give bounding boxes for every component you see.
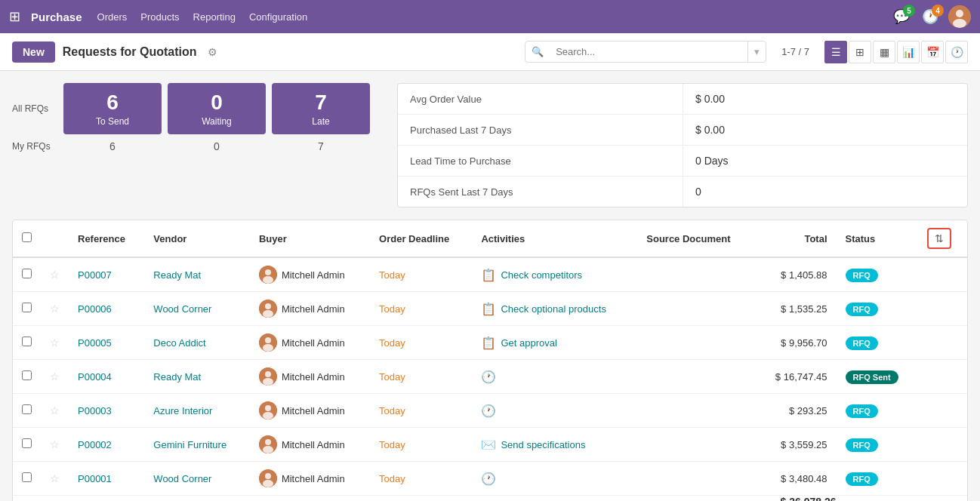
lead-time-label: Lead Time to Purchase	[410, 155, 511, 167]
reference-header[interactable]: Reference	[69, 220, 144, 257]
list-view-icon[interactable]: ☰	[824, 41, 847, 63]
vendor-link[interactable]: Ready Mat	[153, 371, 201, 383]
my-waiting[interactable]: 0	[168, 137, 266, 155]
buyer-avatar	[259, 266, 277, 284]
row-checkbox-cell[interactable]	[13, 326, 41, 360]
nav-products[interactable]: Products	[140, 11, 179, 23]
all-rfqs-label: All RFQs	[12, 103, 57, 114]
chart-view-icon[interactable]: 📊	[897, 41, 920, 63]
row-checkbox[interactable]	[22, 438, 32, 448]
kanban-view-icon[interactable]: ⊞	[849, 41, 871, 63]
waiting-card[interactable]: 0 Waiting	[168, 83, 266, 134]
select-all-header[interactable]	[13, 220, 41, 257]
row-checkbox[interactable]	[22, 269, 32, 278]
row-checkbox-cell[interactable]	[13, 428, 41, 462]
late-label: Late	[281, 116, 361, 127]
row-actions-cell	[918, 428, 967, 462]
reference-link[interactable]: P00003	[78, 405, 112, 416]
vendor-link[interactable]: Azure Interior	[153, 405, 212, 416]
row-checkbox[interactable]	[22, 303, 32, 312]
row-actions-cell	[918, 394, 967, 428]
star-icon[interactable]: ☆	[50, 370, 60, 383]
settings-icon[interactable]: ⚙	[208, 46, 217, 58]
notifications-bell[interactable]: 💬 5	[891, 6, 912, 27]
my-late[interactable]: 7	[272, 137, 370, 155]
activity-link[interactable]: Send specifications	[501, 439, 585, 450]
buyer-cell: Mitchell Admin	[250, 257, 370, 292]
status-header[interactable]: Status	[837, 220, 919, 257]
star-cell[interactable]: ☆	[41, 360, 69, 394]
row-checkbox-cell[interactable]	[13, 257, 41, 292]
to-send-card[interactable]: 6 To Send	[63, 83, 162, 134]
deadline-cell: Today	[370, 360, 472, 394]
row-checkbox[interactable]	[22, 337, 32, 346]
star-cell[interactable]: ☆	[41, 428, 69, 462]
vendor-header[interactable]: Vendor	[144, 220, 250, 257]
activities-header[interactable]: Activities	[472, 220, 637, 257]
buyer-name: Mitchell Admin	[282, 405, 345, 416]
star-icon[interactable]: ☆	[50, 438, 60, 450]
deadline-header[interactable]: Order Deadline	[370, 220, 472, 257]
reference-link[interactable]: P00005	[78, 337, 112, 349]
row-checkbox[interactable]	[22, 472, 32, 482]
row-checkbox[interactable]	[22, 404, 32, 414]
app-name[interactable]: Purchase	[31, 11, 82, 23]
search-input[interactable]	[550, 41, 747, 62]
reference-link[interactable]: P00006	[78, 303, 112, 315]
reference-link[interactable]: P00007	[78, 269, 112, 281]
star-icon[interactable]: ☆	[50, 269, 60, 281]
activity-link[interactable]: Check optional products	[501, 303, 606, 315]
activity-link[interactable]: Check competitors	[501, 269, 582, 281]
vendor-link[interactable]: Ready Mat	[153, 269, 201, 281]
vendor-link[interactable]: Gemini Furniture	[153, 439, 227, 450]
search-dropdown-arrow[interactable]: ▾	[747, 41, 766, 62]
vendor-link[interactable]: Wood Corner	[153, 473, 211, 484]
row-checkbox-cell[interactable]	[13, 394, 41, 428]
calendar-view-icon[interactable]: 📅	[921, 41, 944, 63]
reference-link[interactable]: P00004	[78, 371, 112, 383]
vendor-cell: Ready Mat	[144, 257, 250, 292]
star-icon[interactable]: ☆	[50, 404, 60, 416]
star-cell[interactable]: ☆	[41, 257, 69, 292]
star-cell[interactable]: ☆	[41, 326, 69, 360]
select-all-checkbox[interactable]	[22, 232, 32, 242]
vendor-link[interactable]: Wood Corner	[153, 303, 211, 315]
row-checkbox-cell[interactable]	[13, 292, 41, 326]
filter-button[interactable]: ⇅	[927, 228, 951, 249]
rfqs-sent-label-cell: RFQs Sent Last 7 Days	[398, 177, 683, 207]
star-cell[interactable]: ☆	[41, 462, 69, 496]
user-avatar[interactable]	[948, 5, 971, 28]
buyer-avatar	[259, 469, 277, 487]
vendor-link[interactable]: Deco Addict	[153, 337, 205, 349]
star-icon[interactable]: ☆	[50, 303, 60, 315]
svg-point-23	[263, 480, 273, 487]
nav-configuration[interactable]: Configuration	[249, 11, 307, 23]
total-header[interactable]: Total	[756, 220, 837, 257]
row-checkbox[interactable]	[22, 370, 32, 380]
grid-menu-icon[interactable]: ⊞	[9, 8, 20, 25]
activity-link[interactable]: Get approval	[501, 337, 556, 349]
table-row: ☆ P00001 Wood Corner Mitchell Admin Toda…	[13, 462, 967, 496]
late-card[interactable]: 7 Late	[272, 83, 370, 134]
clock-view-icon[interactable]: 🕐	[945, 41, 968, 63]
star-icon[interactable]: ☆	[50, 472, 60, 484]
source-header[interactable]: Source Document	[637, 220, 755, 257]
svg-point-5	[263, 276, 273, 284]
new-button[interactable]: New	[12, 41, 55, 63]
all-rfqs-row: All RFQs 6 To Send 0 Waiting 7 Late	[12, 83, 370, 134]
deadline-cell: Today	[370, 292, 472, 326]
my-to-send[interactable]: 6	[63, 137, 162, 155]
updates-badge[interactable]: 🕐 4	[920, 6, 941, 27]
buyer-header[interactable]: Buyer	[250, 220, 370, 257]
row-checkbox-cell[interactable]	[13, 360, 41, 394]
total-cell: $ 3,480.48	[756, 462, 837, 496]
row-checkbox-cell[interactable]	[13, 462, 41, 496]
grid-view-icon[interactable]: ▦	[873, 41, 895, 63]
star-icon[interactable]: ☆	[50, 337, 60, 349]
star-cell[interactable]: ☆	[41, 394, 69, 428]
reference-link[interactable]: P00002	[78, 439, 112, 450]
nav-orders[interactable]: Orders	[97, 11, 128, 23]
reference-link[interactable]: P00001	[78, 473, 112, 484]
star-cell[interactable]: ☆	[41, 292, 69, 326]
nav-reporting[interactable]: Reporting	[193, 11, 236, 23]
